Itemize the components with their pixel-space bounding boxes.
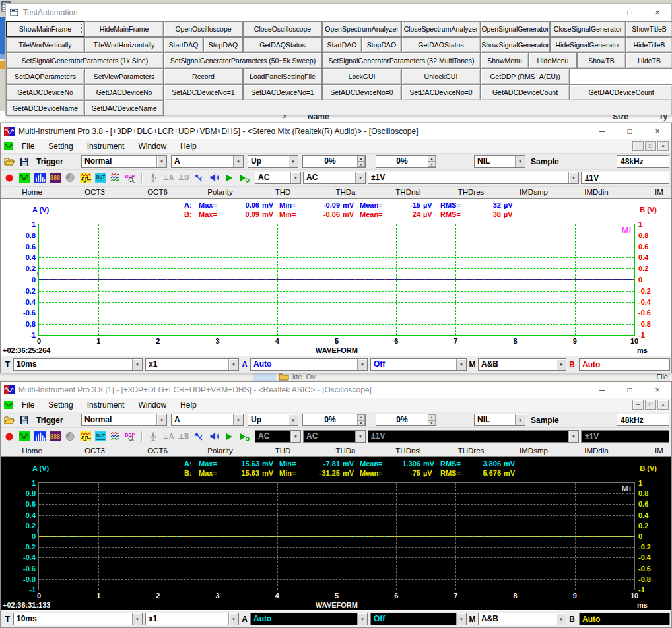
close-button[interactable]: × xyxy=(657,141,669,151)
spinner-arrows-icon[interactable]: ▲▼ xyxy=(428,414,436,425)
ddp-viewer-icon[interactable]: DDP xyxy=(124,172,137,183)
minimize-button[interactable]: ─ xyxy=(588,123,616,139)
record-icon[interactable] xyxy=(3,431,16,442)
minimize-button[interactable]: ─ xyxy=(632,400,644,410)
channel-a-range-combobox[interactable]: ±1V▼ xyxy=(368,430,579,443)
button-stopdaq[interactable]: StopDAQ xyxy=(203,37,243,53)
channel-a-coupling-combobox[interactable]: AC▼ xyxy=(255,172,301,184)
button-lockgui[interactable]: LockGUI xyxy=(322,69,401,84)
button-getadcdeviceno[interactable]: GetADCDeviceNo xyxy=(6,84,84,100)
restore-button[interactable]: □ xyxy=(616,4,644,21)
chevron-down-icon[interactable]: ▼ xyxy=(556,359,566,370)
signal-generator-icon[interactable] xyxy=(79,172,92,183)
button-closeoscilloscope[interactable]: CloseOscilloscope xyxy=(243,21,322,37)
probe-b-icon[interactable]: ⊥B xyxy=(177,172,190,183)
button-openoscilloscope[interactable]: OpenOscilloscope xyxy=(164,21,243,37)
trigger-source-combobox[interactable]: A▼ xyxy=(171,414,244,426)
mix-combobox[interactable]: A&B▼ xyxy=(478,358,566,371)
record-icon[interactable] xyxy=(3,172,16,183)
save-icon[interactable] xyxy=(18,414,31,425)
channel-a-coupling-combobox[interactable]: AC▼ xyxy=(255,430,301,443)
tab-thdnsl[interactable]: THDnsl xyxy=(377,445,440,456)
button-getddp-rms-aeu[interactable]: GetDDP (RMS_A(EU)) xyxy=(481,69,570,84)
spectrum-analyzer-icon[interactable] xyxy=(33,431,46,442)
chevron-down-icon[interactable]: ▼ xyxy=(556,613,566,625)
chevron-down-icon[interactable]: ▼ xyxy=(515,156,525,167)
chevron-down-icon[interactable]: ▼ xyxy=(568,172,578,183)
multimeter-icon[interactable]: 888 xyxy=(48,431,61,442)
button-getadcdevicecount[interactable]: GetADCDeviceCount xyxy=(481,84,570,100)
trigger-frequency-combobox[interactable]: NIL▼ xyxy=(474,414,525,426)
spinner-arrows-icon[interactable]: ▲▼ xyxy=(357,156,365,167)
button-setsignalgeneratorparameters-505k-sweep[interactable]: SetSignalGeneratorParameters (50~5k Swee… xyxy=(164,53,322,69)
probe-a-icon[interactable]: ⊥A xyxy=(162,172,175,183)
button-hidemainframe[interactable]: HideMainFrame xyxy=(84,21,164,37)
tab-oct3[interactable]: OCT3 xyxy=(63,187,126,198)
ddp-viewer-icon[interactable]: DDP xyxy=(124,431,137,442)
oscilloscope-icon[interactable] xyxy=(18,172,31,183)
menu-setting[interactable]: Setting xyxy=(42,142,79,151)
button-getdacdeviceno[interactable]: GetDACDeviceNo xyxy=(84,84,164,100)
signal-generator-icon[interactable] xyxy=(79,431,92,442)
button-stopdao[interactable]: StopDAO xyxy=(362,37,401,53)
trigger-delay-spinner[interactable]: 0%▲▼ xyxy=(376,155,436,168)
chevron-down-icon[interactable]: ▼ xyxy=(156,414,166,425)
button-setsignalgeneratorparameters-32-multitones[interactable]: SetSignalGeneratorParameters (32 MultiTo… xyxy=(322,53,481,69)
button-hidesignalgenerator[interactable]: HideSignalGenerator xyxy=(550,37,626,53)
channel-b-coupling-combobox[interactable]: AC▼ xyxy=(303,172,366,184)
button-hidetb[interactable]: HideTB xyxy=(626,53,672,69)
probe-b-icon[interactable]: ⊥B xyxy=(177,431,190,442)
button-setdacdeviceno0[interactable]: SetDACDeviceNo=0 xyxy=(401,84,481,100)
chevron-down-icon[interactable]: ▼ xyxy=(357,359,367,370)
button-openspectrumanalyzer[interactable]: OpenSpectrumAnalyzer xyxy=(322,21,401,37)
spectrum-3d-plot-icon[interactable] xyxy=(63,431,77,442)
button-showmainframe[interactable]: ShowMainFrame xyxy=(6,21,84,37)
channel-a-mode-combobox[interactable]: Auto▼ xyxy=(250,358,368,371)
chevron-down-icon[interactable]: ▼ xyxy=(456,613,466,625)
tab-im[interactable]: IM xyxy=(628,445,671,456)
button-setadcdeviceno0[interactable]: SetADCDeviceNo=0 xyxy=(322,84,401,100)
chevron-down-icon[interactable]: ▼ xyxy=(456,359,466,370)
spectrum-3d-plot-icon[interactable] xyxy=(63,172,77,183)
trigger-edge-combobox[interactable]: Up▼ xyxy=(248,414,298,426)
button-startdao[interactable]: StartDAO xyxy=(322,37,362,53)
output-device-icon[interactable] xyxy=(207,172,220,183)
button-setsignalgeneratorparameters-1k-sine[interactable]: SetSignalGeneratorParameters (1k Sine) xyxy=(6,53,164,69)
menu-window[interactable]: Window xyxy=(132,400,172,410)
button-setviewparameters[interactable]: SetViewParameters xyxy=(84,69,164,84)
input-device-icon[interactable] xyxy=(147,172,160,183)
chevron-down-icon[interactable]: ▼ xyxy=(288,414,298,425)
button-closespectrumanalyzer[interactable]: CloseSpectrumAnalyzer xyxy=(401,21,481,37)
menu-setting[interactable]: Setting xyxy=(42,400,79,410)
menu-file[interactable]: File xyxy=(16,400,40,410)
button-getadcdevicename[interactable]: GetADCDeviceName xyxy=(6,100,84,116)
button-getdacdevicecount[interactable]: GetDACDeviceCount xyxy=(570,84,672,100)
overlay-combobox[interactable]: Off▼ xyxy=(370,358,467,371)
chevron-down-icon[interactable]: ▼ xyxy=(228,613,238,625)
chevron-down-icon[interactable]: ▼ xyxy=(233,414,243,425)
chevron-down-icon[interactable]: ▼ xyxy=(156,156,166,167)
spectrum-analyzer-icon[interactable] xyxy=(33,172,46,183)
menu-instrument[interactable]: Instrument xyxy=(81,400,131,410)
multiplier-combobox[interactable]: x1▼ xyxy=(145,358,239,371)
chevron-down-icon[interactable]: ▼ xyxy=(228,359,238,370)
button-record[interactable]: Record xyxy=(164,69,243,84)
chevron-down-icon[interactable]: ▼ xyxy=(355,172,365,183)
device-test-plan-icon[interactable]: DUT xyxy=(94,431,107,442)
spinner-arrows-icon[interactable]: ▲▼ xyxy=(357,414,365,425)
chevron-down-icon[interactable]: ▼ xyxy=(515,414,525,425)
channel-b-coupling-combobox[interactable]: AC▼ xyxy=(303,430,366,443)
trigger-source-combobox[interactable]: A▼ xyxy=(171,155,244,168)
button-getdacdevicename[interactable]: GetDACDeviceName xyxy=(84,100,164,116)
tab-imddin[interactable]: IMDdin xyxy=(565,187,628,198)
mix-combobox[interactable]: A&B▼ xyxy=(478,613,566,625)
spinner-arrows-icon[interactable]: ▲▼ xyxy=(428,156,436,167)
channel-a-range-combobox[interactable]: ±1V▼ xyxy=(368,172,579,184)
tab-thd[interactable]: THD xyxy=(252,187,314,198)
timebase-combobox[interactable]: 10ms▼ xyxy=(13,613,143,625)
counter-icon[interactable] xyxy=(192,172,205,183)
minimize-button[interactable]: ─ xyxy=(588,4,616,21)
multimeter-icon[interactable]: 888 xyxy=(48,172,61,183)
close-button[interactable]: × xyxy=(644,123,671,139)
tab-home[interactable]: Home xyxy=(1,445,63,456)
